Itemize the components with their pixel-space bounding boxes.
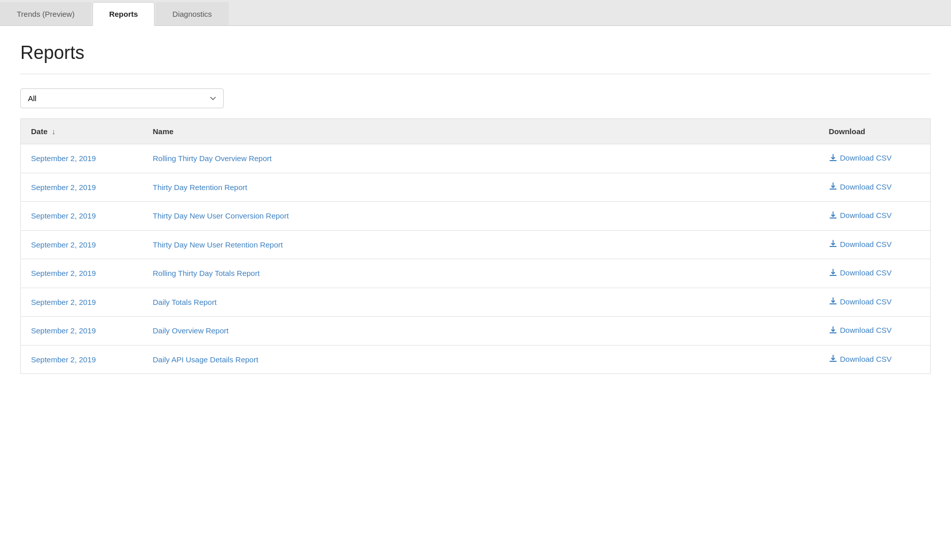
date-link[interactable]: September 2, 2019	[31, 154, 96, 163]
download-icon	[829, 182, 837, 191]
name-link[interactable]: Thirty Day New User Retention Report	[153, 240, 283, 249]
tab-trends[interactable]: Trends (Preview)	[0, 2, 91, 25]
cell-date: September 2, 2019	[21, 173, 143, 202]
cell-name: Daily Overview Report	[143, 317, 819, 346]
download-icon	[829, 326, 837, 334]
download-icon	[829, 269, 837, 277]
cell-date: September 2, 2019	[21, 259, 143, 288]
download-label: Download CSV	[840, 211, 892, 220]
cell-download: Download CSV	[819, 173, 931, 202]
divider	[20, 74, 931, 74]
date-link[interactable]: September 2, 2019	[31, 355, 96, 364]
sort-icon: ↓	[52, 127, 56, 136]
download-icon	[829, 297, 837, 305]
tab-bar: Trends (Preview) Reports Diagnostics	[0, 0, 951, 26]
cell-name: Daily Totals Report	[143, 288, 819, 317]
col-header-date[interactable]: Date ↓	[21, 119, 143, 144]
download-icon	[829, 355, 837, 363]
cell-date: September 2, 2019	[21, 230, 143, 259]
download-link[interactable]: Download CSV	[829, 268, 892, 277]
cell-name: Thirty Day Retention Report	[143, 173, 819, 202]
cell-name: Daily API Usage Details Report	[143, 345, 819, 374]
table-row: September 2, 2019Rolling Thirty Day Over…	[21, 144, 931, 173]
download-link[interactable]: Download CSV	[829, 240, 892, 248]
download-label: Download CSV	[840, 240, 892, 248]
date-link[interactable]: September 2, 2019	[31, 183, 96, 192]
download-icon	[829, 240, 837, 248]
download-link[interactable]: Download CSV	[829, 326, 892, 334]
cell-date: September 2, 2019	[21, 317, 143, 346]
cell-download: Download CSV	[819, 259, 931, 288]
cell-date: September 2, 2019	[21, 144, 143, 173]
download-label: Download CSV	[840, 326, 892, 334]
cell-name: Rolling Thirty Day Overview Report	[143, 144, 819, 173]
name-link[interactable]: Daily Overview Report	[153, 326, 229, 335]
cell-date: September 2, 2019	[21, 202, 143, 231]
date-link[interactable]: September 2, 2019	[31, 326, 96, 335]
download-link[interactable]: Download CSV	[829, 182, 892, 191]
cell-name: Thirty Day New User Conversion Report	[143, 202, 819, 231]
table-row: September 2, 2019Daily Totals ReportDown…	[21, 288, 931, 317]
cell-date: September 2, 2019	[21, 345, 143, 374]
download-label: Download CSV	[840, 297, 892, 306]
cell-download: Download CSV	[819, 144, 931, 173]
table-header-row: Date ↓ Name Download	[21, 119, 931, 144]
name-link[interactable]: Thirty Day Retention Report	[153, 183, 248, 192]
download-icon	[829, 154, 837, 162]
name-link[interactable]: Thirty Day New User Conversion Report	[153, 211, 289, 220]
date-link[interactable]: September 2, 2019	[31, 298, 96, 306]
download-link[interactable]: Download CSV	[829, 297, 892, 306]
page-title: Reports	[20, 42, 931, 64]
cell-download: Download CSV	[819, 202, 931, 231]
date-link[interactable]: September 2, 2019	[31, 240, 96, 249]
download-link[interactable]: Download CSV	[829, 211, 892, 220]
date-link[interactable]: September 2, 2019	[31, 211, 96, 220]
col-header-download: Download	[819, 119, 931, 144]
table-row: September 2, 2019Thirty Day New User Ret…	[21, 230, 931, 259]
reports-table: Date ↓ Name Download September 2, 2019Ro…	[20, 118, 931, 374]
table-row: September 2, 2019Daily API Usage Details…	[21, 345, 931, 374]
cell-download: Download CSV	[819, 345, 931, 374]
name-link[interactable]: Daily Totals Report	[153, 298, 217, 306]
table-row: September 2, 2019Daily Overview ReportDo…	[21, 317, 931, 346]
download-link[interactable]: Download CSV	[829, 153, 892, 162]
tab-reports[interactable]: Reports	[93, 2, 155, 26]
download-label: Download CSV	[840, 182, 892, 191]
cell-download: Download CSV	[819, 230, 931, 259]
table-row: September 2, 2019Thirty Day Retention Re…	[21, 173, 931, 202]
cell-download: Download CSV	[819, 317, 931, 346]
cell-name: Thirty Day New User Retention Report	[143, 230, 819, 259]
download-link[interactable]: Download CSV	[829, 355, 892, 363]
table-row: September 2, 2019Rolling Thirty Day Tota…	[21, 259, 931, 288]
name-link[interactable]: Daily API Usage Details Report	[153, 355, 259, 364]
col-header-name: Name	[143, 119, 819, 144]
name-link[interactable]: Rolling Thirty Day Totals Report	[153, 269, 260, 277]
filter-select[interactable]: All Daily Weekly Monthly	[20, 88, 224, 108]
download-icon	[829, 211, 837, 220]
cell-name: Rolling Thirty Day Totals Report	[143, 259, 819, 288]
tab-diagnostics[interactable]: Diagnostics	[156, 2, 229, 25]
cell-date: September 2, 2019	[21, 288, 143, 317]
cell-download: Download CSV	[819, 288, 931, 317]
table-row: September 2, 2019Thirty Day New User Con…	[21, 202, 931, 231]
download-label: Download CSV	[840, 355, 892, 363]
download-label: Download CSV	[840, 268, 892, 277]
download-label: Download CSV	[840, 153, 892, 162]
name-link[interactable]: Rolling Thirty Day Overview Report	[153, 154, 272, 163]
date-link[interactable]: September 2, 2019	[31, 269, 96, 277]
filter-section: All Daily Weekly Monthly	[20, 88, 931, 108]
page-content: Reports All Daily Weekly Monthly Date ↓ …	[0, 26, 951, 390]
